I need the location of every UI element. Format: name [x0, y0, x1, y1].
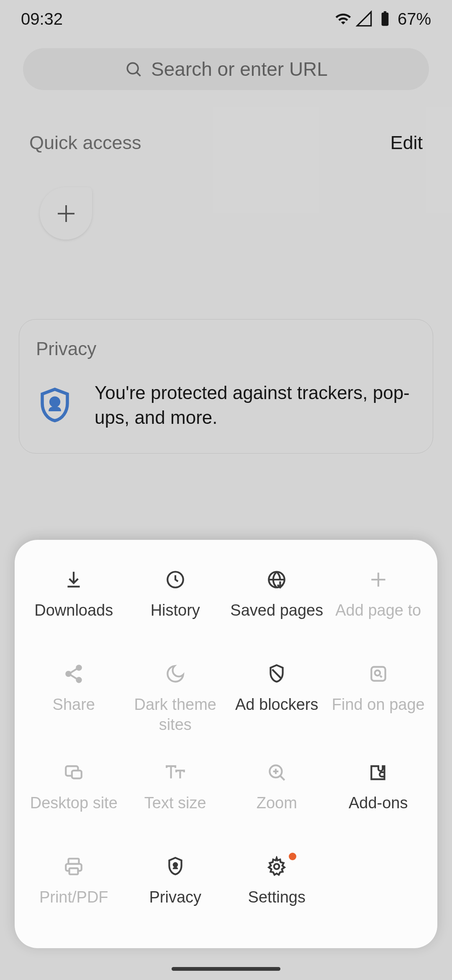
gear-icon	[266, 856, 287, 877]
svg-point-34	[174, 863, 177, 867]
menu-item-find: Find on page	[328, 663, 429, 735]
notification-dot	[289, 853, 296, 860]
menu-item-label: Share	[53, 695, 95, 715]
menu-item-label: Privacy	[149, 887, 201, 908]
menu-item-puzzle[interactable]: Add-ons	[328, 762, 429, 829]
share-icon	[63, 663, 84, 684]
globe-down-icon	[266, 569, 287, 590]
shield-person-icon	[165, 856, 186, 877]
clock-icon	[165, 569, 186, 590]
svg-point-35	[274, 864, 280, 869]
plus-icon	[368, 569, 389, 590]
menu-item-plus: Add page to	[328, 569, 429, 636]
menu-item-desktop: Desktop site	[23, 762, 125, 829]
svg-line-19	[272, 670, 281, 678]
menu-item-label: Ad blockers	[235, 695, 318, 715]
menu-item-clock[interactable]: History	[125, 569, 226, 636]
menu-item-gear[interactable]: Settings	[226, 856, 328, 923]
menu-item-label: Saved pages	[230, 601, 323, 621]
find-icon	[368, 663, 389, 684]
menu-item-label: Add-ons	[349, 793, 408, 813]
menu-item-label: Text size	[144, 793, 206, 813]
menu-item-label: Settings	[248, 887, 306, 908]
nav-indicator	[172, 967, 280, 971]
svg-line-18	[70, 675, 77, 679]
text-size-icon	[165, 762, 186, 783]
menu-item-label: Find on page	[332, 695, 425, 715]
svg-rect-24	[72, 771, 82, 779]
desktop-icon	[63, 762, 84, 783]
menu-item-text-size: Text size	[125, 762, 226, 829]
menu-item-label: Desktop site	[30, 793, 118, 813]
zoom-icon	[266, 762, 287, 783]
svg-rect-20	[371, 667, 385, 681]
menu-item-label: History	[151, 601, 200, 621]
moon-icon	[165, 663, 186, 684]
svg-point-21	[375, 671, 380, 676]
menu-item-download[interactable]: Downloads	[23, 569, 125, 636]
puzzle-icon	[368, 762, 389, 783]
menu-item-moon: Dark theme sites	[125, 663, 226, 735]
download-icon	[63, 569, 84, 590]
svg-line-17	[70, 669, 77, 673]
svg-line-30	[280, 776, 285, 780]
svg-rect-33	[69, 868, 78, 874]
menu-item-shield-person[interactable]: Privacy	[125, 856, 226, 923]
menu-item-share: Share	[23, 663, 125, 735]
shield-slash-icon	[266, 663, 287, 684]
menu-item-shield-slash[interactable]: Ad blockers	[226, 663, 328, 735]
printer-icon	[63, 856, 84, 877]
svg-line-22	[380, 676, 382, 677]
menu-item-label: Zoom	[257, 793, 297, 813]
menu-item-label: Downloads	[34, 601, 113, 621]
tools-menu-sheet: DownloadsHistorySaved pagesAdd page toSh…	[15, 540, 437, 948]
menu-item-printer: Print/PDF	[23, 856, 125, 923]
menu-item-label: Print/PDF	[39, 887, 108, 908]
menu-item-label: Dark theme sites	[125, 695, 226, 735]
menu-item-zoom: Zoom	[226, 762, 328, 829]
menu-item-globe-down[interactable]: Saved pages	[226, 569, 328, 636]
menu-item-label: Add page to	[335, 601, 421, 621]
